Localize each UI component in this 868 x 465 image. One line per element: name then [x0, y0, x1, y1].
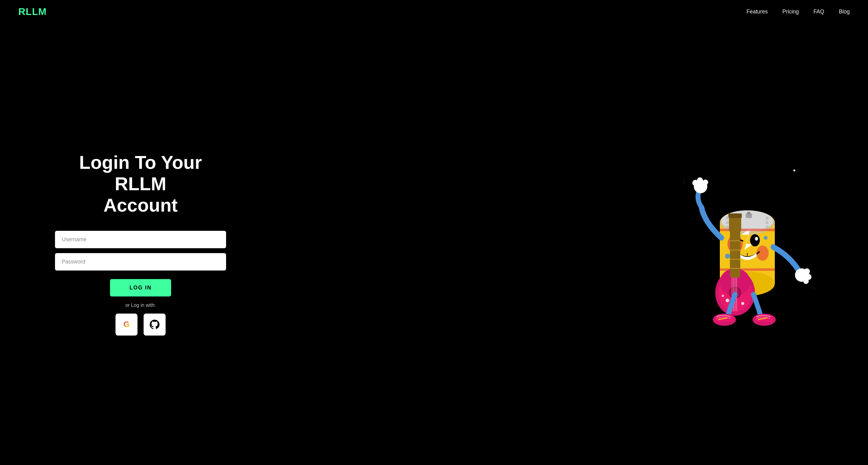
- username-group: [55, 231, 226, 248]
- nav-blog[interactable]: Blog: [839, 8, 850, 15]
- svg-rect-36: [730, 229, 740, 277]
- google-login-button[interactable]: G: [116, 313, 137, 336]
- svg-point-15: [750, 234, 760, 246]
- navigation: RLLM Features Pricing FAQ Blog: [0, 0, 868, 24]
- svg-point-23: [804, 268, 810, 274]
- nav-pricing[interactable]: Pricing: [782, 8, 799, 15]
- svg-point-47: [766, 221, 769, 224]
- github-icon: [150, 320, 159, 329]
- svg-point-53: [725, 299, 729, 302]
- svg-point-20: [697, 177, 703, 184]
- svg-point-48: [766, 226, 769, 229]
- svg-rect-6: [747, 212, 750, 214]
- star-decoration-3: ·: [814, 286, 814, 290]
- star-decoration-1: ✦: [792, 168, 796, 173]
- or-text: or Log in with:: [55, 303, 226, 308]
- svg-point-16: [755, 237, 758, 241]
- github-login-button[interactable]: [144, 313, 165, 336]
- password-input[interactable]: [55, 253, 226, 270]
- mascot-illustration: [674, 162, 820, 326]
- svg-rect-8: [720, 229, 775, 231]
- social-buttons: G: [55, 313, 226, 336]
- svg-point-21: [703, 179, 708, 185]
- google-icon: G: [123, 320, 129, 329]
- svg-point-45: [726, 226, 729, 229]
- svg-point-25: [803, 278, 809, 284]
- nav-features[interactable]: Features: [746, 8, 768, 15]
- mascot-container: ✦ · ·: [674, 162, 820, 326]
- login-form-section: Login To Your RLLM Account LOG IN or Log…: [55, 152, 226, 336]
- username-input[interactable]: [55, 231, 226, 248]
- nav-faq[interactable]: FAQ: [814, 8, 824, 15]
- svg-point-46: [766, 217, 769, 220]
- svg-rect-42: [728, 213, 742, 218]
- illustration-section: ✦ · ·: [663, 162, 831, 326]
- svg-point-54: [741, 302, 744, 305]
- svg-point-55: [722, 295, 724, 297]
- page-title: Login To Your RLLM Account: [55, 152, 226, 216]
- svg-point-12: [725, 254, 730, 259]
- svg-point-44: [726, 221, 729, 224]
- logo[interactable]: RLLM: [18, 6, 47, 18]
- main-content: Login To Your RLLM Account LOG IN or Log…: [0, 24, 868, 464]
- svg-point-43: [726, 217, 729, 220]
- login-button[interactable]: LOG IN: [110, 279, 171, 296]
- star-decoration-2: ·: [683, 180, 684, 185]
- password-group: [55, 253, 226, 270]
- nav-links: Features Pricing FAQ Blog: [746, 8, 850, 15]
- svg-point-13: [764, 236, 768, 240]
